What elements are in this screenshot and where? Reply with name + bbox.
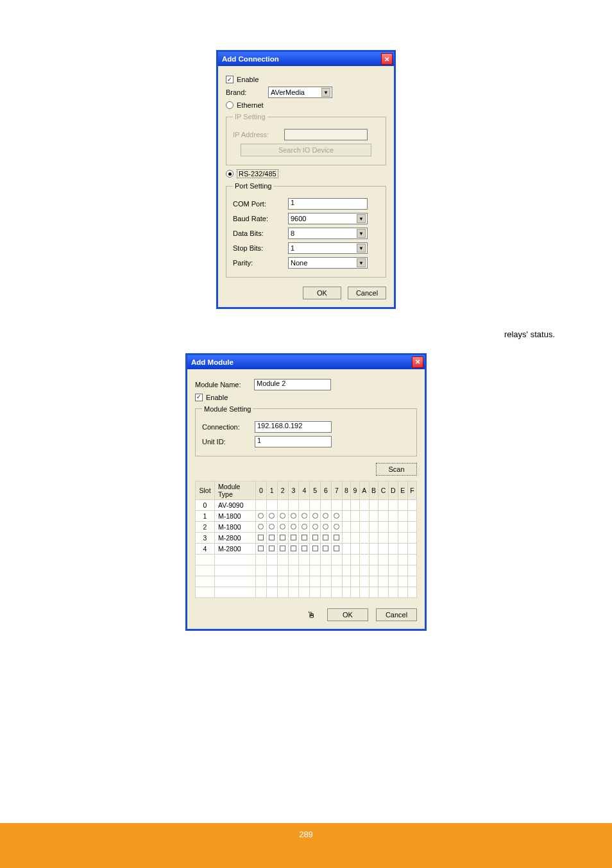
checkbox-icon[interactable] bbox=[258, 535, 264, 540]
io-cell[interactable] bbox=[351, 532, 360, 543]
radio-icon[interactable] bbox=[280, 513, 285, 519]
io-cell[interactable] bbox=[359, 510, 369, 521]
io-cell[interactable] bbox=[369, 521, 378, 532]
checkbox-icon[interactable] bbox=[269, 535, 275, 540]
io-cell[interactable] bbox=[407, 532, 416, 543]
radio-icon[interactable] bbox=[302, 513, 307, 519]
io-cell[interactable] bbox=[321, 543, 332, 554]
io-cell[interactable] bbox=[407, 543, 416, 554]
module-name-input[interactable]: Module 2 bbox=[254, 379, 331, 390]
io-cell[interactable] bbox=[388, 532, 398, 543]
io-cell[interactable] bbox=[288, 510, 299, 521]
io-cell[interactable] bbox=[342, 532, 351, 543]
io-cell[interactable] bbox=[288, 521, 299, 532]
io-cell[interactable] bbox=[342, 510, 351, 521]
io-cell[interactable] bbox=[331, 543, 342, 554]
io-cell[interactable] bbox=[369, 543, 378, 554]
io-cell[interactable] bbox=[299, 499, 310, 510]
io-cell[interactable] bbox=[310, 510, 321, 521]
io-cell[interactable] bbox=[266, 543, 277, 554]
com-port-input[interactable]: 1 bbox=[288, 198, 368, 210]
io-cell[interactable] bbox=[388, 499, 398, 510]
module-enable-checkbox[interactable]: ✓ bbox=[195, 394, 203, 401]
checkbox-icon[interactable] bbox=[334, 535, 339, 540]
radio-icon[interactable] bbox=[323, 513, 328, 519]
io-cell[interactable] bbox=[378, 510, 388, 521]
cancel-button[interactable]: Cancel bbox=[348, 287, 386, 299]
io-cell[interactable] bbox=[388, 521, 398, 532]
io-cell[interactable] bbox=[256, 532, 267, 543]
parity-select[interactable]: None ▼ bbox=[288, 257, 368, 269]
io-cell[interactable] bbox=[266, 521, 277, 532]
ethernet-radio[interactable] bbox=[226, 101, 234, 109]
io-cell[interactable] bbox=[351, 510, 360, 521]
radio-icon[interactable] bbox=[291, 513, 296, 519]
radio-icon[interactable] bbox=[323, 524, 328, 530]
io-cell[interactable] bbox=[310, 532, 321, 543]
checkbox-icon[interactable] bbox=[280, 535, 285, 540]
io-cell[interactable] bbox=[288, 499, 299, 510]
checkbox-icon[interactable] bbox=[269, 546, 275, 551]
scan-button[interactable]: Scan bbox=[376, 463, 417, 476]
brand-select[interactable]: AVerMedia ▼ bbox=[268, 87, 332, 98]
radio-icon[interactable] bbox=[258, 524, 264, 530]
io-cell[interactable] bbox=[331, 521, 342, 532]
ok-button[interactable]: OK bbox=[303, 287, 341, 299]
checkbox-icon[interactable] bbox=[323, 546, 328, 551]
io-cell[interactable] bbox=[369, 510, 378, 521]
stop-bits-select[interactable]: 1 ▼ bbox=[288, 242, 368, 254]
io-cell[interactable] bbox=[277, 532, 288, 543]
io-cell[interactable] bbox=[369, 499, 378, 510]
checkbox-icon[interactable] bbox=[302, 546, 307, 551]
io-cell[interactable] bbox=[256, 499, 267, 510]
io-cell[interactable] bbox=[359, 543, 369, 554]
checkbox-icon[interactable] bbox=[312, 535, 318, 540]
io-cell[interactable] bbox=[359, 532, 369, 543]
io-cell[interactable] bbox=[299, 543, 310, 554]
io-cell[interactable] bbox=[398, 532, 408, 543]
io-cell[interactable] bbox=[342, 543, 351, 554]
checkbox-icon[interactable] bbox=[258, 546, 264, 551]
io-cell[interactable] bbox=[342, 521, 351, 532]
io-cell[interactable] bbox=[321, 521, 332, 532]
io-cell[interactable] bbox=[351, 499, 360, 510]
io-cell[interactable] bbox=[351, 521, 360, 532]
io-cell[interactable] bbox=[342, 499, 351, 510]
radio-icon[interactable] bbox=[334, 524, 339, 530]
io-cell[interactable] bbox=[331, 532, 342, 543]
radio-icon[interactable] bbox=[269, 513, 275, 519]
baud-rate-select[interactable]: 9600 ▼ bbox=[288, 213, 368, 224]
cancel-button[interactable]: Cancel bbox=[376, 608, 417, 621]
io-cell[interactable] bbox=[310, 521, 321, 532]
io-cell[interactable] bbox=[321, 510, 332, 521]
checkbox-icon[interactable] bbox=[323, 535, 328, 540]
io-cell[interactable] bbox=[321, 499, 332, 510]
data-bits-select[interactable]: 8 ▼ bbox=[288, 228, 368, 239]
radio-icon[interactable] bbox=[312, 513, 318, 519]
close-icon[interactable]: ✕ bbox=[412, 356, 423, 368]
radio-icon[interactable] bbox=[302, 524, 307, 530]
checkbox-icon[interactable] bbox=[334, 546, 339, 551]
unit-id-input[interactable]: 1 bbox=[255, 436, 332, 447]
io-cell[interactable] bbox=[277, 499, 288, 510]
io-cell[interactable] bbox=[310, 499, 321, 510]
radio-icon[interactable] bbox=[269, 524, 275, 530]
io-cell[interactable] bbox=[288, 543, 299, 554]
io-cell[interactable] bbox=[277, 510, 288, 521]
io-cell[interactable] bbox=[398, 521, 408, 532]
io-cell[interactable] bbox=[256, 510, 267, 521]
io-cell[interactable] bbox=[398, 499, 408, 510]
io-cell[interactable] bbox=[378, 532, 388, 543]
io-cell[interactable] bbox=[398, 543, 408, 554]
io-cell[interactable] bbox=[256, 521, 267, 532]
io-cell[interactable] bbox=[299, 532, 310, 543]
io-cell[interactable] bbox=[266, 532, 277, 543]
io-cell[interactable] bbox=[321, 532, 332, 543]
io-cell[interactable] bbox=[407, 510, 416, 521]
io-cell[interactable] bbox=[277, 543, 288, 554]
io-cell[interactable] bbox=[388, 510, 398, 521]
io-cell[interactable] bbox=[266, 510, 277, 521]
io-cell[interactable] bbox=[378, 521, 388, 532]
checkbox-icon[interactable] bbox=[291, 546, 296, 551]
connection-input[interactable]: 192.168.0.192 bbox=[255, 421, 332, 433]
